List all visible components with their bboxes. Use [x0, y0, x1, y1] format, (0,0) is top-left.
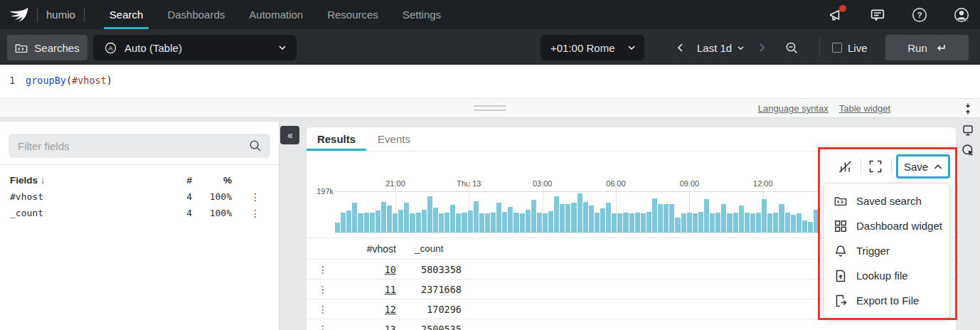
histogram-bar: [335, 223, 340, 233]
fields-header[interactable]: Fields ↓: [10, 175, 166, 186]
histogram-bar: [617, 213, 622, 233]
menu-item-saved-search[interactable]: Saved search: [824, 188, 949, 213]
histogram-bar: [606, 203, 611, 233]
histogram-bar: [756, 213, 761, 233]
histogram-bar: [410, 213, 415, 233]
pointer-select-icon[interactable]: [962, 144, 974, 156]
histogram-bar: [496, 203, 501, 233]
table-row[interactable]: ⋮ 13 2500535: [307, 319, 956, 330]
row-menu-icon[interactable]: ⋮: [312, 265, 334, 275]
chevron-down-icon: [737, 44, 745, 52]
query-editor[interactable]: 1 groupBy(#vhost): [0, 65, 980, 98]
vhost-value-link[interactable]: 12: [385, 304, 396, 315]
feedback-icon[interactable]: [870, 7, 885, 23]
help-icon[interactable]: ?: [912, 7, 927, 23]
menu-item-label: Dashboard widget: [856, 220, 942, 232]
histogram-ticks: 21:00Thu 1303:0006:0009:0012:00: [335, 179, 819, 189]
vhost-value-link[interactable]: 13: [385, 324, 396, 330]
collapse-fields-panel-button[interactable]: «: [280, 126, 299, 144]
view-mode-select[interactable]: A Auto (Table): [93, 35, 297, 60]
menu-item-lookup-file[interactable]: Lookup file: [824, 263, 949, 288]
nav-divider: [84, 8, 85, 22]
nav-tab-search[interactable]: Search: [97, 0, 156, 29]
query-text[interactable]: groupBy(#vhost): [26, 75, 112, 86]
event-histogram[interactable]: [335, 191, 819, 233]
toolbar-divider: [891, 159, 892, 174]
field-name[interactable]: #vhost: [10, 191, 166, 202]
run-button[interactable]: Run: [885, 35, 969, 60]
histogram-bar: [693, 213, 698, 233]
menu-item-trigger[interactable]: Trigger: [824, 238, 949, 263]
histogram-bar: [450, 205, 455, 233]
menu-item-export-file[interactable]: Export to File: [824, 288, 949, 313]
vhost-value-link[interactable]: 10: [385, 264, 396, 275]
nav-tab-resources[interactable]: Resources: [315, 0, 390, 29]
field-menu-icon[interactable]: ⋮: [232, 208, 279, 218]
histogram-bar: [474, 201, 479, 233]
line-number: 1: [9, 75, 15, 86]
filter-fields-input[interactable]: [9, 134, 270, 158]
board-icon[interactable]: [962, 124, 974, 137]
save-button[interactable]: Save: [896, 154, 950, 179]
field-row[interactable]: _count 4 100% ⋮: [0, 205, 279, 221]
column-header-vhost[interactable]: #vhost: [334, 243, 396, 255]
searches-button[interactable]: Searches: [7, 35, 87, 60]
field-row[interactable]: #vhost 4 100% ⋮: [0, 188, 279, 205]
histogram-bar: [750, 213, 755, 233]
top-nav: humio Search Dashboards Automation Resou…: [0, 0, 980, 29]
count-value: 2500535: [396, 324, 462, 330]
histogram-bar: [341, 213, 346, 233]
field-count: 4: [166, 191, 192, 202]
menu-item-dashboard-widget[interactable]: Dashboard widget: [824, 213, 949, 238]
row-menu-icon[interactable]: ⋮: [312, 284, 334, 294]
nav-tab-dashboards[interactable]: Dashboards: [155, 0, 237, 29]
table-widget-link[interactable]: Table widget: [839, 103, 890, 114]
field-menu-icon[interactable]: ⋮: [232, 192, 279, 202]
announcements-icon[interactable]: [828, 7, 843, 23]
time-range-select[interactable]: Last 1d: [694, 35, 747, 60]
histogram-bar: [444, 213, 449, 233]
histogram-bar: [791, 215, 796, 233]
histogram-bar: [669, 204, 674, 233]
chevron-down-icon: [627, 43, 636, 52]
row-menu-icon[interactable]: ⋮: [312, 304, 334, 314]
fields-list: Fields ↓ # % #vhost 4 100% ⋮ _count 4 10…: [0, 171, 279, 221]
fields-header-row: Fields ↓ # %: [0, 171, 279, 188]
timezone-value: +01:00 Rome: [550, 42, 614, 54]
crowdstrike-logo-icon[interactable]: [9, 6, 28, 23]
chevron-down-icon: [278, 43, 287, 52]
enter-key-icon: [934, 43, 947, 53]
nav-tab-automation[interactable]: Automation: [237, 0, 315, 29]
save-label: Save: [904, 161, 928, 173]
time-range-value: Last 1d: [697, 42, 732, 54]
histogram-bar: [502, 212, 507, 233]
nav-divider: [37, 8, 38, 22]
hide-chart-button[interactable]: [838, 160, 852, 174]
collapse-vertical-icon[interactable]: [962, 102, 974, 115]
time-back-button[interactable]: [671, 35, 690, 60]
histogram-bar: [629, 213, 634, 233]
search-toolbar: Searches A Auto (Table) +01:00 Rome Last…: [0, 29, 980, 65]
histogram-bar: [468, 211, 473, 233]
live-toggle[interactable]: Live: [832, 35, 868, 60]
account-icon[interactable]: [954, 7, 969, 23]
zoom-out-button[interactable]: [782, 35, 801, 60]
row-menu-icon[interactable]: ⋮: [312, 324, 334, 330]
time-forward-button[interactable]: [752, 35, 771, 60]
language-syntax-link[interactable]: Language syntax: [758, 103, 829, 114]
tab-events[interactable]: Events: [366, 127, 422, 151]
field-name[interactable]: _count: [10, 208, 166, 218]
live-checkbox[interactable]: [832, 43, 842, 53]
resize-handle[interactable]: [474, 105, 506, 114]
histogram-bar: [548, 211, 553, 233]
histogram-bar: [612, 213, 617, 233]
tabs-border: [307, 151, 956, 151]
tab-results[interactable]: Results: [307, 127, 366, 151]
column-header-count[interactable]: _count: [396, 243, 462, 254]
timezone-select[interactable]: +01:00 Rome: [540, 35, 644, 60]
histogram-bar: [808, 222, 813, 233]
vhost-value-link[interactable]: 11: [385, 284, 396, 295]
fullscreen-button[interactable]: [869, 160, 883, 174]
histogram-bar: [427, 196, 432, 233]
nav-tab-settings[interactable]: Settings: [390, 0, 453, 29]
